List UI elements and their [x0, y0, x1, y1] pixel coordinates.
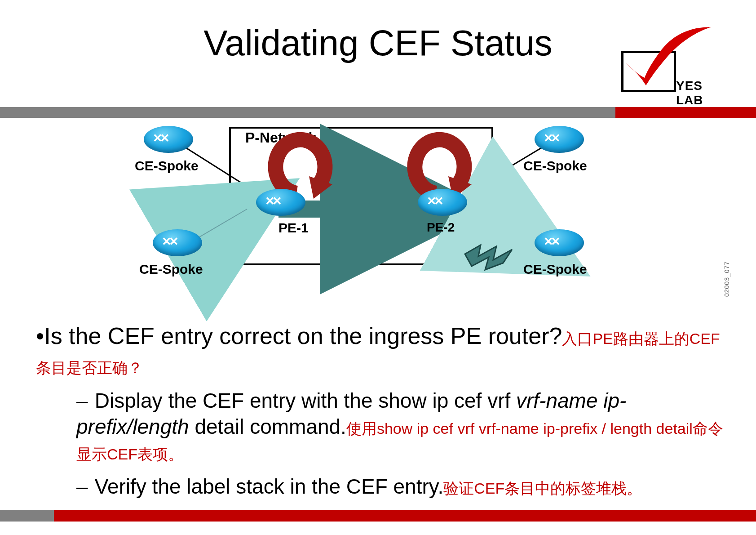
diagram-id: 02003_077 [723, 261, 730, 297]
sub-bullet-1: – Display the CEF entry with the show ip… [76, 388, 728, 466]
checkmark-icon [617, 25, 716, 88]
label-pe2: PE-2 [427, 220, 455, 235]
router-ce-spoke-tr: ✕✕ [535, 126, 584, 156]
network-diagram: P-Network ✕✕ CE-Spoke [130, 121, 602, 310]
sub1-en-c: detail command. [189, 415, 346, 438]
bullet-list: •Is the CEF entry correct on the ingress… [36, 321, 728, 499]
router-pe2: ✕✕ [418, 189, 467, 218]
label-ce-br: CE-Spoke [523, 262, 587, 277]
router-ce-spoke-tl: ✕✕ [144, 126, 193, 156]
footer-bar [54, 510, 756, 522]
label-pe1: PE-1 [279, 220, 309, 236]
header-bar-grey [0, 107, 615, 118]
header-bar-red [615, 107, 756, 118]
sub-bullet-2: – Verify the label stack in the CEF entr… [76, 474, 728, 500]
yes-lab-logo: YES LAB [621, 34, 725, 88]
label-ce-tr: CE-Spoke [523, 158, 587, 174]
slide: Validating CEF Status YES LAB P-Network [0, 0, 756, 535]
bullet-1-en: Is the CEF entry correct on the ingress … [44, 323, 562, 349]
label-ce-bl: CE-Spoke [139, 262, 203, 277]
router-ce-spoke-bl: ✕✕ [153, 229, 202, 259]
bullet-1: •Is the CEF entry correct on the ingress… [36, 321, 728, 380]
sub2-en: Verify the label stack in the CEF entry. [95, 475, 443, 498]
label-ce-tl: CE-Spoke [135, 158, 199, 174]
router-ce-spoke-br: ✕✕ [535, 229, 584, 259]
logo-text: YES LAB [676, 79, 725, 107]
arrow-break-icon [463, 238, 517, 274]
router-pe1: ✕✕ [256, 189, 305, 218]
sub1-en-a: Display the CEF entry with the show ip c… [95, 389, 516, 412]
sub2-zh: 验证CEF条目中的标签堆栈。 [443, 480, 642, 497]
